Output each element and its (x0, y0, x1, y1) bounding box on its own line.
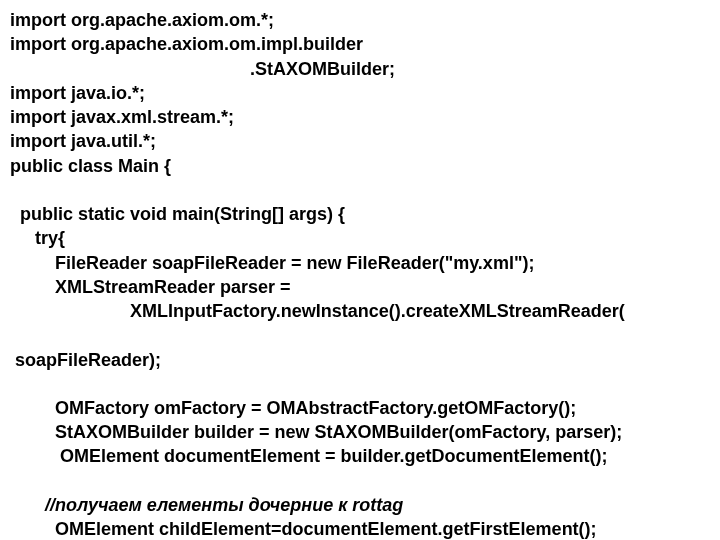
code-line: import javax.xml.stream.*; (10, 105, 710, 129)
code-line: OMElement childElement=documentElement.g… (10, 517, 710, 540)
blank-line (10, 324, 710, 348)
code-line: public class Main { (10, 154, 710, 178)
code-line: public static void main(String[] args) { (10, 202, 710, 226)
blank-line (10, 372, 710, 396)
code-line: FileReader soapFileReader = new FileRead… (10, 251, 710, 275)
blank-line (10, 469, 710, 493)
code-line: try{ (10, 226, 710, 250)
code-line: OMElement documentElement = builder.getD… (10, 444, 710, 468)
code-line: import java.util.*; (10, 129, 710, 153)
code-line: StAXOMBuilder builder = new StAXOMBuilde… (10, 420, 710, 444)
code-line: import java.io.*; (10, 81, 710, 105)
code-line: soapFileReader); (10, 348, 710, 372)
code-line: import org.apache.axiom.om.impl.builder (10, 32, 710, 56)
code-line: XMLStreamReader parser = (10, 275, 710, 299)
code-line: .StAXOMBuilder; (10, 57, 710, 81)
blank-line (10, 178, 710, 202)
code-line: XMLInputFactory.newInstance().createXMLS… (10, 299, 710, 323)
code-line: import org.apache.axiom.om.*; (10, 8, 710, 32)
code-line: OMFactory omFactory = OMAbstractFactory.… (10, 396, 710, 420)
code-comment: //получаем елементы дочерние к rottag (10, 493, 710, 517)
